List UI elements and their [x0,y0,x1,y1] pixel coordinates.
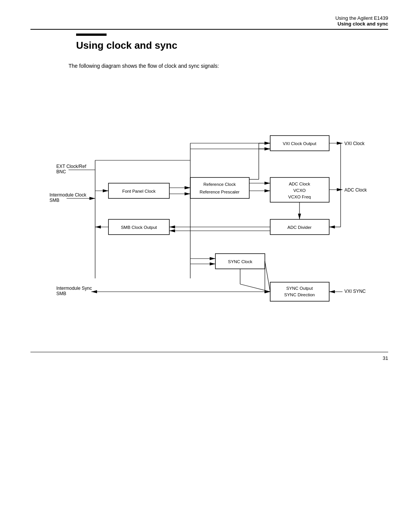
sync-clock-label: SYNC Clock [228,259,252,264]
smb-clock-output-label: SMB Clock Output [121,225,157,230]
chapter-title: Using clock and sync [76,40,388,51]
font-panel-clock-label: Font Panel Clock [122,189,156,193]
vxi-clock-output-label: VXI Clock Output [283,141,317,146]
vcxo-freq-label: VCXO Freq [288,195,311,199]
footer-rule [30,352,388,352]
header-line1: Using the Agilent E1439 [30,15,388,21]
arrow-adc-clock-in2 [264,189,270,192]
arrow-intermodule-clock-out [95,225,101,228]
vxi-sync-label: VXI SYNC [344,289,366,294]
vxi-clock-label: VXI Clock [344,141,365,146]
sync-direction-label: SYNC Direction [284,292,315,297]
svg-rect-2 [190,177,249,198]
arrow-sync-clock-in2 [210,262,215,265]
smb-label: SMB [49,198,59,203]
arrow-smb-out [169,225,175,228]
smb-sync-label: SMB [56,291,66,296]
arrow-smb-out2 [169,229,175,232]
ref-clock-label: Reference Clock [203,182,236,187]
arrow-ref-in2 [185,186,190,189]
arrow-intermodule-in [89,197,95,200]
clock-sync-diagram: .diag-text { font-family: Arial, Helveti… [46,77,373,335]
header-rule [30,29,388,30]
arrow-vxi-ref [264,142,270,145]
arrow-ref-in3 [185,192,190,195]
arrow-vxi-ref2 [264,147,270,150]
arrow-sync-smb-out [91,290,97,293]
diagram-container: .diag-text { font-family: Arial, Helveti… [46,77,373,337]
footer-section: 31 [30,355,388,361]
page-container: Using the Agilent E1439 Using clock and … [0,0,411,532]
adc-divider-label: ADC Divider [287,225,311,230]
arrow-vxi-sync-in [329,290,335,293]
intermodule-sync-label: Intermodule Sync [56,286,92,291]
sync-output-label: SYNC Output [286,286,313,291]
adc-clock-right-label: ADC Clock [344,187,367,193]
header-line2: Using clock and sync [30,21,388,27]
chapter-title-section: Using clock and sync [30,34,388,51]
bnc-label: BNC [56,169,66,174]
intermodule-clock-label: Intermodule Clock [49,192,87,198]
page-number: 31 [383,355,388,361]
arrow-adc-out [337,188,342,191]
arrow-sync-clock-in1 [210,257,215,260]
diagram-intro: The following diagram shows the flow of … [68,63,388,69]
svg-line-29 [265,261,270,292]
arrow-adc-clock-in [264,182,270,185]
ref-prescaler-label: Reference Prescaler [200,190,240,194]
svg-rect-7 [270,282,329,301]
ext-clock-label: EXT Clock/Ref [56,164,86,169]
chapter-rule [76,34,107,36]
arrow-adc-div-right [329,225,335,228]
arrow-adc-divider-in [298,214,301,219]
adc-clock-box-label: ADC Clock [289,182,310,186]
arrow-font-panel-in [103,189,108,192]
header-section: Using the Agilent E1439 Using clock and … [30,15,388,27]
arrow-vxi-out [337,142,342,145]
vcxo-label: VCXO [293,188,306,193]
